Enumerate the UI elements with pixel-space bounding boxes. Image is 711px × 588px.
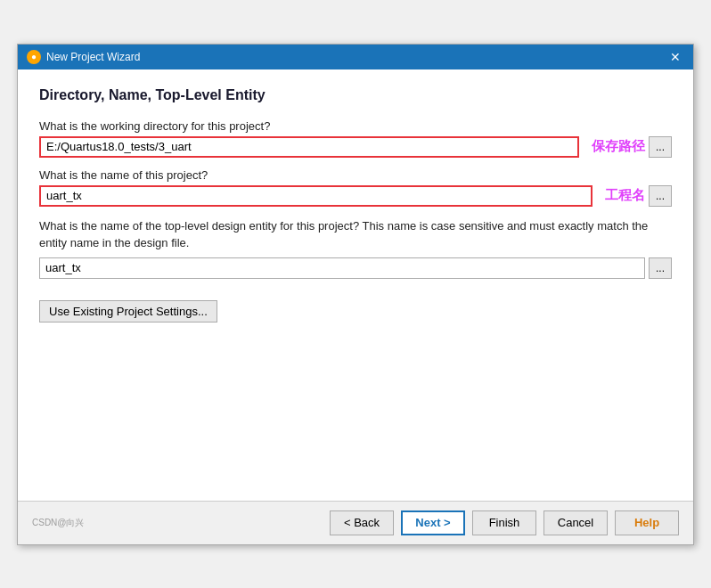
project-name-browse-button[interactable]: ...	[649, 185, 672, 207]
working-dir-annotation: 保存路径	[592, 138, 645, 155]
project-name-annotation: 工程名	[605, 187, 645, 204]
page-title: Directory, Name, Top-Level Entity	[39, 87, 672, 103]
working-dir-row: 保存路径 ...	[39, 136, 672, 158]
close-button[interactable]: ✕	[666, 51, 684, 63]
help-button[interactable]: Help	[615, 510, 679, 535]
finish-button[interactable]: Finish	[472, 510, 536, 535]
title-bar: ● New Project Wizard ✕	[18, 45, 693, 69]
watermark: CSDN@向兴	[32, 517, 85, 529]
dialog-footer: CSDN@向兴 < Back Next > Finish Cancel Help	[18, 501, 693, 544]
project-name-section: What is the name of this project? 工程名 ..…	[39, 168, 672, 207]
dialog-window: ● New Project Wizard ✕ Directory, Name, …	[17, 44, 694, 545]
project-name-input[interactable]	[39, 185, 592, 207]
cancel-button[interactable]: Cancel	[543, 510, 608, 535]
working-dir-label: What is the working directory for this p…	[39, 119, 672, 133]
next-button[interactable]: Next >	[401, 510, 465, 535]
working-dir-section: What is the working directory for this p…	[39, 119, 672, 158]
window-icon: ●	[27, 50, 41, 64]
dialog-content: Directory, Name, Top-Level Entity What i…	[18, 69, 693, 501]
title-bar-left: ● New Project Wizard	[27, 50, 140, 64]
top-level-row: ...	[39, 257, 672, 279]
project-name-row: 工程名 ...	[39, 185, 672, 207]
use-existing-button[interactable]: Use Existing Project Settings...	[39, 300, 217, 323]
project-name-label: What is the name of this project?	[39, 168, 672, 182]
working-dir-input[interactable]	[39, 136, 579, 158]
top-level-input[interactable]	[39, 257, 645, 279]
top-level-section: What is the name of the top-level design…	[39, 217, 672, 279]
window-title: New Project Wizard	[46, 51, 140, 63]
working-dir-browse-button[interactable]: ...	[649, 136, 672, 158]
back-button[interactable]: < Back	[330, 510, 394, 535]
top-level-browse-button[interactable]: ...	[649, 257, 672, 279]
top-level-label: What is the name of the top-level design…	[39, 217, 672, 252]
